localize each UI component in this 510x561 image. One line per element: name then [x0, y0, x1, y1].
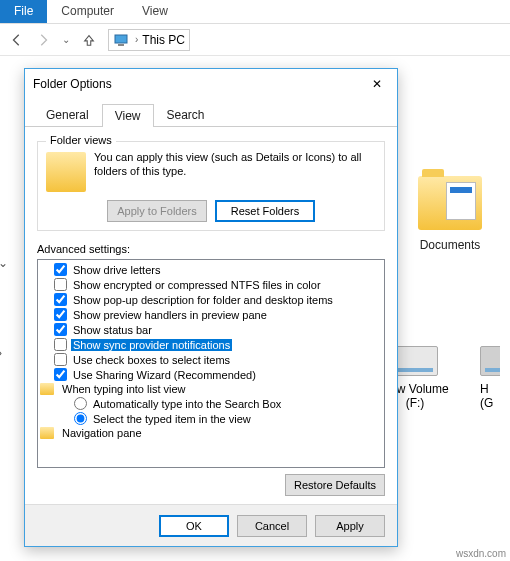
- setting-checkbox[interactable]: [54, 293, 67, 306]
- svg-rect-1: [118, 44, 124, 46]
- setting-label: Show sync provider notifications: [71, 339, 232, 351]
- watermark: wsxdn.com: [456, 548, 506, 559]
- ribbon-tab-file[interactable]: File: [0, 0, 47, 23]
- setting-item[interactable]: Show drive letters: [40, 262, 382, 277]
- folder-icon: [418, 176, 482, 230]
- restore-defaults-button[interactable]: Restore Defaults: [285, 474, 385, 496]
- setting-radio[interactable]: [74, 397, 87, 410]
- navigation-bar: ⌄ › This PC: [0, 24, 510, 56]
- dialog-title: Folder Options: [33, 77, 365, 91]
- ok-button[interactable]: OK: [159, 515, 229, 537]
- cancel-button[interactable]: Cancel: [237, 515, 307, 537]
- setting-radio[interactable]: [74, 412, 87, 425]
- dialog-titlebar: Folder Options ✕: [25, 69, 397, 99]
- setting-checkbox[interactable]: [54, 353, 67, 366]
- setting-item[interactable]: Show preview handlers in preview pane: [40, 307, 382, 322]
- setting-checkbox[interactable]: [54, 263, 67, 276]
- address-bar[interactable]: › This PC: [108, 29, 190, 51]
- close-icon[interactable]: ✕: [365, 77, 389, 91]
- recent-locations-icon[interactable]: ⌄: [62, 34, 70, 45]
- setting-item[interactable]: Select the typed item in the view: [40, 411, 382, 426]
- setting-item[interactable]: Use Sharing Wizard (Recommended): [40, 367, 382, 382]
- setting-checkbox[interactable]: [54, 338, 67, 351]
- svg-rect-0: [115, 35, 127, 43]
- ribbon-tabs: File Computer View: [0, 0, 510, 24]
- forward-icon: [32, 29, 54, 51]
- folder-view-icon: [46, 152, 86, 192]
- setting-item[interactable]: Automatically type into the Search Box: [40, 396, 382, 411]
- apply-to-folders-button: Apply to Folders: [107, 200, 207, 222]
- advanced-settings-tree[interactable]: Show drive lettersShow encrypted or comp…: [37, 259, 385, 468]
- folder-options-dialog: Folder Options ✕ General View Search Fol…: [24, 68, 398, 547]
- dialog-body: Folder views You can apply this view (su…: [25, 127, 397, 504]
- setting-label: Navigation pane: [60, 427, 144, 439]
- back-icon[interactable]: [6, 29, 28, 51]
- setting-item[interactable]: Use check boxes to select items: [40, 352, 382, 367]
- setting-label: When typing into list view: [60, 383, 188, 395]
- chevron-right-icon: ›: [135, 34, 138, 45]
- this-pc-icon: [113, 32, 129, 48]
- setting-label: Show status bar: [71, 324, 154, 336]
- setting-item[interactable]: Show sync provider notifications: [40, 337, 382, 352]
- folder-documents[interactable]: Documents: [410, 176, 490, 252]
- folder-icon: [40, 427, 54, 439]
- folder-views-group: Folder views You can apply this view (su…: [37, 141, 385, 231]
- folder-label: Documents: [410, 238, 490, 252]
- tab-view[interactable]: View: [102, 104, 154, 127]
- ribbon-tab-computer[interactable]: Computer: [47, 0, 128, 23]
- setting-label: Select the typed item in the view: [91, 413, 253, 425]
- ribbon-tab-view[interactable]: View: [128, 0, 182, 23]
- setting-label: Show pop-up description for folder and d…: [71, 294, 335, 306]
- tab-search[interactable]: Search: [154, 103, 218, 126]
- reset-folders-button[interactable]: Reset Folders: [215, 200, 315, 222]
- setting-item[interactable]: Navigation pane: [40, 426, 382, 440]
- setting-label: Show drive letters: [71, 264, 162, 276]
- setting-item[interactable]: Show encrypted or compressed NTFS files …: [40, 277, 382, 292]
- drive-icon: [392, 346, 438, 376]
- sidebar-chevron-icon[interactable]: ›: [0, 346, 2, 360]
- setting-item[interactable]: When typing into list view: [40, 382, 382, 396]
- folder-view-desc: You can apply this view (such as Details…: [94, 150, 376, 179]
- up-icon[interactable]: [78, 29, 100, 51]
- tab-general[interactable]: General: [33, 103, 102, 126]
- sidebar-chevron-icon[interactable]: ⌄: [0, 256, 8, 270]
- drive-label: H (G: [480, 382, 500, 410]
- dialog-tabs: General View Search: [25, 99, 397, 127]
- apply-button[interactable]: Apply: [315, 515, 385, 537]
- setting-item[interactable]: Show pop-up description for folder and d…: [40, 292, 382, 307]
- setting-item[interactable]: Show status bar: [40, 322, 382, 337]
- setting-label: Show preview handlers in preview pane: [71, 309, 269, 321]
- dialog-footer: OK Cancel Apply: [25, 504, 397, 546]
- advanced-settings-label: Advanced settings:: [37, 243, 385, 255]
- setting-checkbox[interactable]: [54, 308, 67, 321]
- setting-label: Show encrypted or compressed NTFS files …: [71, 279, 323, 291]
- folder-icon: [40, 383, 54, 395]
- setting-label: Automatically type into the Search Box: [91, 398, 283, 410]
- setting-label: Use check boxes to select items: [71, 354, 232, 366]
- setting-checkbox[interactable]: [54, 368, 67, 381]
- group-legend: Folder views: [46, 134, 116, 146]
- drive-icon: [480, 346, 500, 376]
- setting-checkbox[interactable]: [54, 278, 67, 291]
- drive-g[interactable]: H (G: [480, 346, 500, 410]
- setting-label: Use Sharing Wizard (Recommended): [71, 369, 258, 381]
- address-location: This PC: [142, 33, 185, 47]
- setting-checkbox[interactable]: [54, 323, 67, 336]
